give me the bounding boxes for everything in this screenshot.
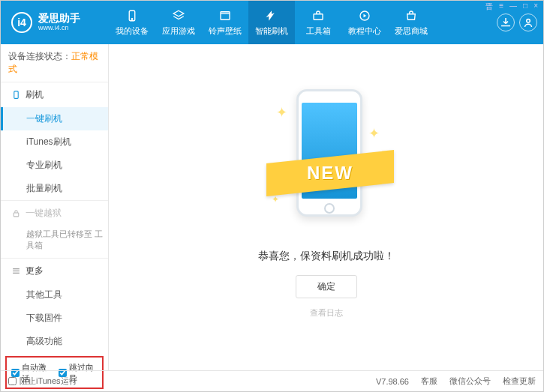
check-update-link[interactable]: 检查更新 (503, 376, 536, 387)
footer: 阻止iTunes运行 V7.98.66 客服 微信公众号 检查更新 (1, 370, 543, 391)
nav-device[interactable]: 我的设备 (109, 1, 155, 44)
sidebar-item-flash-0[interactable]: 一键刷机 (1, 107, 108, 130)
wechat-link[interactable]: 微信公众号 (449, 376, 491, 387)
header: i4 爱思助手 www.i4.cn 我的设备应用游戏铃声壁纸智能刷机工具箱教程中… (1, 1, 543, 44)
user-button[interactable] (519, 13, 537, 31)
nav-tutorial[interactable]: 教程中心 (341, 1, 388, 44)
success-message: 恭喜您，保资料刷机成功啦！ (258, 250, 395, 263)
sidebar-item-more-1[interactable]: 下载固件 (1, 307, 108, 330)
main-nav: 我的设备应用游戏铃声壁纸智能刷机工具箱教程中心爱思商城 (109, 1, 497, 44)
view-log-link[interactable]: 查看日志 (310, 307, 343, 319)
block-itunes-checkbox[interactable]: 阻止iTunes运行 (8, 376, 77, 387)
win-btn[interactable]: 晋 (485, 1, 493, 12)
sidebar-head-jailbreak[interactable]: 一键越狱 (1, 201, 108, 226)
ok-button[interactable]: 确定 (296, 275, 357, 298)
wallpaper-icon (218, 9, 232, 22)
new-banner: NEW (266, 150, 394, 196)
main-content: ✦ ✦ ✦ NEW 恭喜您，保资料刷机成功啦！ 确定 查看日志 (109, 44, 543, 370)
win-max[interactable]: □ (523, 1, 527, 12)
svg-point-5 (527, 19, 530, 23)
app-logo: i4 爱思助手 www.i4.cn (11, 12, 109, 33)
svg-rect-6 (14, 91, 18, 99)
sidebar-item-flash-3[interactable]: 批量刷机 (1, 177, 108, 200)
app-url: www.i4.cn (38, 25, 80, 32)
phone-illustration: ✦ ✦ ✦ NEW (270, 82, 383, 239)
nav-flash[interactable]: 智能刷机 (248, 1, 295, 44)
sidebar-item-more-0[interactable]: 其他工具 (1, 283, 108, 307)
flash-icon (265, 9, 278, 22)
sidebar-head-flash[interactable]: 刷机 (1, 82, 108, 107)
device-icon (125, 9, 139, 22)
svg-rect-7 (14, 213, 19, 217)
logo-icon: i4 (11, 12, 32, 33)
jailbreak-note: 越狱工具已转移至 工具箱 (1, 226, 108, 258)
toolbox-icon (311, 9, 325, 22)
sidebar-item-more-2[interactable]: 高级功能 (1, 330, 108, 353)
header-right (497, 13, 537, 31)
win-close[interactable]: × (533, 1, 538, 12)
sidebar-item-flash-2[interactable]: 专业刷机 (1, 154, 108, 177)
sidebar-head-more[interactable]: 更多 (1, 259, 108, 283)
nav-apps[interactable]: 应用游戏 (155, 1, 202, 44)
window-controls: 晋 ≡ — □ × (485, 1, 538, 12)
tutorial-icon (358, 9, 371, 22)
nav-toolbox[interactable]: 工具箱 (295, 1, 341, 44)
support-link[interactable]: 客服 (421, 376, 437, 387)
nav-store[interactable]: 爱思商城 (388, 1, 434, 44)
download-button[interactable] (497, 13, 515, 31)
app-name: 爱思助手 (38, 13, 80, 24)
svg-rect-3 (314, 13, 323, 19)
win-min[interactable]: — (509, 1, 517, 12)
nav-wallpaper[interactable]: 铃声壁纸 (202, 1, 248, 44)
win-menu[interactable]: ≡ (499, 1, 503, 12)
version-label: V7.98.66 (376, 377, 409, 386)
svg-point-1 (131, 18, 133, 19)
sidebar: 设备连接状态：正常模式 刷机 一键刷机iTunes刷机专业刷机批量刷机 一键越狱… (1, 44, 109, 370)
sidebar-item-flash-1[interactable]: iTunes刷机 (1, 130, 108, 154)
connection-status: 设备连接状态：正常模式 (1, 44, 108, 82)
store-icon (404, 9, 418, 22)
apps-icon (172, 9, 185, 22)
